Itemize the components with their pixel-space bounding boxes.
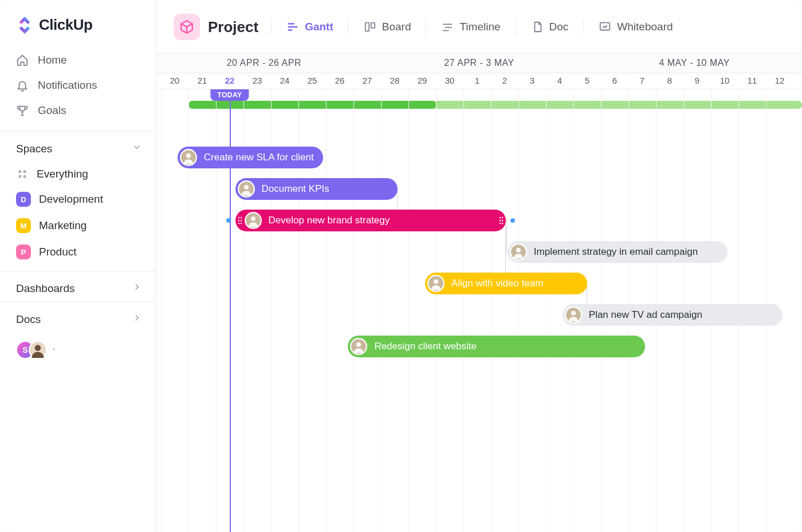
day-label: 26 <box>326 73 353 89</box>
chevron-right-icon <box>132 313 142 326</box>
svg-rect-9 <box>371 23 375 28</box>
gantt-task[interactable]: Redesign client website <box>348 336 644 357</box>
svg-point-20 <box>238 220 239 222</box>
svg-point-23 <box>240 223 242 224</box>
spaces-header[interactable]: Spaces <box>0 131 156 162</box>
task-label: Document KPIs <box>262 183 329 195</box>
svg-point-31 <box>502 223 504 224</box>
workspace-avatars[interactable]: S <box>0 333 156 367</box>
svg-point-27 <box>502 217 504 219</box>
svg-point-39 <box>356 342 361 347</box>
page-title: Project <box>208 18 258 36</box>
task-label: Redesign client website <box>374 341 477 352</box>
dashboards-header[interactable]: Dashboards <box>0 271 156 302</box>
caret-down-icon <box>50 345 57 355</box>
gantt-body[interactable]: TODAY Create new SLA for clientDocument … <box>156 89 802 532</box>
day-label: 20 <box>161 73 188 89</box>
nav-home-label: Home <box>38 54 67 66</box>
day-label: 11 <box>738 73 766 89</box>
gantt-task[interactable]: Document KPIs <box>235 178 398 200</box>
resize-handle-icon[interactable] <box>498 212 505 229</box>
week-label: 20 APR - 26 APR <box>156 53 372 73</box>
sidebar-item-label: Marketing <box>39 219 87 232</box>
board-icon <box>364 21 376 33</box>
assignee-avatar <box>350 338 367 355</box>
tab-board[interactable]: Board <box>361 17 414 37</box>
sidebar-item-space[interactable]: D Development <box>0 186 156 212</box>
svg-point-29 <box>502 220 504 222</box>
day-label: 7 <box>628 73 656 89</box>
grid-line <box>353 89 354 532</box>
gantt-task[interactable]: Develop new brand strategy <box>235 210 506 231</box>
nav-goals[interactable]: Goals <box>0 98 156 123</box>
sidebar-item-everything[interactable]: Everything <box>0 162 156 186</box>
space-badge: D <box>16 192 31 207</box>
today-badge: TODAY <box>210 89 249 101</box>
svg-point-15 <box>186 153 191 158</box>
nav-notifications-label: Notifications <box>38 79 97 92</box>
avatar <box>29 341 47 359</box>
docs-header[interactable]: Docs <box>0 302 156 333</box>
assignee-avatar <box>238 180 255 198</box>
task-label: Align with video team <box>451 278 544 289</box>
week-label: 27 APR - 3 MAY <box>372 53 587 73</box>
chevron-down-icon <box>132 142 142 155</box>
gantt-timeline: 20 APR - 26 APR 27 APR - 3 MAY 4 MAY - 1… <box>156 53 802 532</box>
assignee-avatar <box>180 149 197 166</box>
overall-bar-done <box>188 101 436 109</box>
svg-point-18 <box>238 217 239 219</box>
gantt-task[interactable]: Plan new TV ad campaign <box>563 304 783 326</box>
svg-point-22 <box>238 223 239 224</box>
tab-label: Board <box>382 21 411 33</box>
nav-notifications[interactable]: Notifications <box>0 73 156 98</box>
nav-goals-label: Goals <box>38 104 66 117</box>
topbar: Project Gantt Board Timeline Doc <box>156 0 802 53</box>
timeline-icon <box>441 21 454 33</box>
assignee-avatar <box>565 306 582 324</box>
grid-line <box>436 89 437 532</box>
trophy-icon <box>16 104 29 117</box>
project-chip[interactable]: Project <box>174 14 258 40</box>
gantt-task[interactable]: Align with video team <box>425 273 587 294</box>
space-badge: M <box>16 218 31 233</box>
day-label: 10 <box>711 73 738 89</box>
brand-logo[interactable]: ClickUp <box>0 0 156 48</box>
gantt-task[interactable]: Implement strategy in email campaign <box>508 241 728 263</box>
tab-doc[interactable]: Doc <box>529 17 571 37</box>
day-label: 25 <box>298 73 326 89</box>
dependency-line <box>506 220 506 252</box>
gantt-icon <box>286 21 299 33</box>
day-label: 4 <box>546 73 573 89</box>
sidebar-item-space[interactable]: M Marketing <box>0 212 156 239</box>
grid-line <box>491 89 492 532</box>
grid-icon <box>16 168 29 180</box>
resize-handle-icon[interactable] <box>237 212 243 229</box>
day-label: 24 <box>271 73 298 89</box>
svg-point-1 <box>24 171 26 172</box>
day-label: 12 <box>766 73 793 89</box>
day-label: 2 <box>491 73 518 89</box>
nav-home[interactable]: Home <box>0 48 156 73</box>
day-label: 9 <box>683 73 711 89</box>
dependency-anchor[interactable] <box>226 218 231 223</box>
grid-line <box>546 89 547 532</box>
assignee-avatar <box>510 243 527 261</box>
gantt-task[interactable]: Create new SLA for client <box>178 147 323 168</box>
divider <box>583 19 584 35</box>
sidebar-item-space[interactable]: P Product <box>0 239 156 265</box>
day-label: 28 <box>381 73 408 89</box>
task-label: Create new SLA for client <box>204 152 314 163</box>
tab-whiteboard[interactable]: Whiteboard <box>596 17 675 37</box>
tab-timeline[interactable]: Timeline <box>439 17 502 37</box>
svg-point-37 <box>571 311 576 316</box>
timeline-week-header: 20 APR - 26 APR 27 APR - 3 MAY 4 MAY - 1… <box>156 53 802 73</box>
svg-point-26 <box>500 217 501 219</box>
svg-point-3 <box>24 176 26 178</box>
tab-label: Timeline <box>459 21 500 33</box>
app-frame: ClickUp Home Notifications Goals Spaces <box>0 0 802 532</box>
tab-gantt[interactable]: Gantt <box>284 17 336 37</box>
svg-point-4 <box>35 345 41 351</box>
day-label: 23 <box>243 73 271 89</box>
svg-point-33 <box>516 248 521 253</box>
dependency-anchor[interactable] <box>510 218 515 223</box>
